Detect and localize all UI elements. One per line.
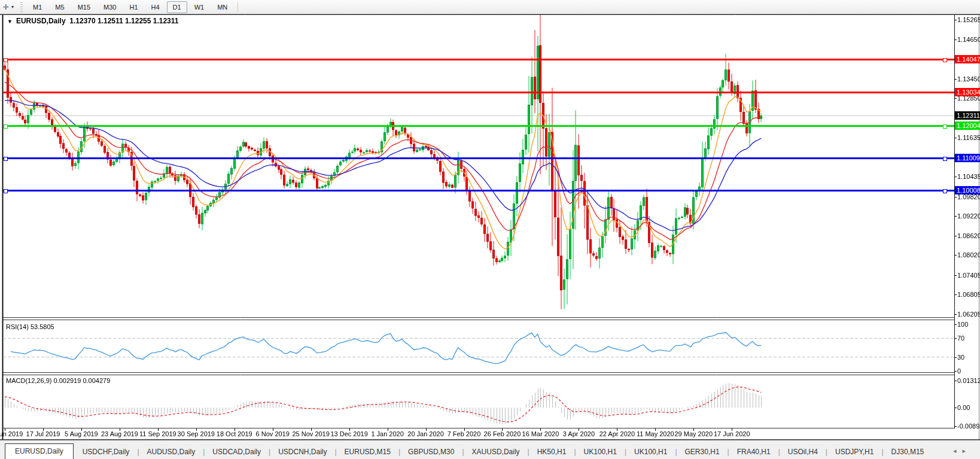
chart-tab-audusd-daily[interactable]: AUDUSD,Daily [139,445,203,459]
chart-tab-dj30-m15[interactable]: DJ30,M15 [884,445,932,459]
hline-price-label: 1.11009 [955,154,980,162]
hline-drag-handle[interactable] [4,157,8,161]
timeframe-button-m15[interactable]: M15 [72,1,96,13]
date-axis-label: 25 Nov 2019 [292,430,329,437]
date-axis-label: 29 May 2020 [674,430,713,437]
price-axis-tick: 1.09220 [957,212,980,220]
chart-tab-usdjpy-h1[interactable]: USDJPY,H1 [827,445,881,459]
hline-drag-handle[interactable] [4,124,8,129]
chart-tab-fra40-h1[interactable]: FRA40,H1 [729,445,778,459]
price-axis-tick: 1.06205 [957,311,980,318]
chart-tab-ger30-h1[interactable]: GER30,H1 [677,445,728,459]
timeframe-buttons: M1M5M15M30H1H4D1W1MN [26,4,234,11]
timeframe-button-h4[interactable]: H4 [145,1,166,13]
chevron-down-icon: ▾ [11,4,14,10]
price-axis-tick: 1.08020 [957,251,980,259]
price-hline-1.13034[interactable] [3,92,954,93]
hline-drag-handle[interactable] [943,157,947,161]
chart-tab-uk100-h1[interactable]: UK100,H1 [626,445,675,459]
hline-price-label: 1.10008 [955,186,980,194]
hline-price-label: 1.13034 [955,88,980,96]
rsi-axis-tick: 70 [957,335,964,342]
tab-scroll-left-icon[interactable]: ◂ [953,447,963,454]
crosshair-icon: ✛ [3,3,9,11]
macd-axis-tick: -0.008933 [957,422,980,430]
price-hline-1.11009[interactable] [3,157,954,159]
price-axis-tick: 1.13450 [957,75,980,83]
price-hline-1.14047[interactable] [3,59,954,60]
price-axis-tick: 1.06805 [957,291,980,298]
timeframe-button-d1[interactable]: D1 [167,1,187,13]
hline-drag-handle[interactable] [943,58,947,62]
timeframe-toolbar: ✛ ▾ M1M5M15M30H1H4D1W1MN [0,0,980,14]
current-price-label: 1.12311 [955,111,980,120]
date-axis-label: 17 Jul 2019 [26,430,60,437]
date-axis-label: 3 Apr 2020 [563,430,595,437]
mt4-window: { "toolbar": { "cursor_tool_icon": "cros… [0,0,980,459]
chart-tab-xauusd-daily[interactable]: XAUUSD,Daily [464,445,528,459]
toolbar-grip [20,2,23,12]
price-axis-tick: 1.10435 [957,173,980,180]
date-axis-label: 1 Jan 2020 [371,430,403,437]
hline-price-label: 1.12004 [955,121,980,130]
hline-drag-handle[interactable] [4,58,8,62]
date-axis-label: 11 May 2020 [637,430,674,437]
hline-drag-handle[interactable] [4,189,8,193]
hline-drag-handle[interactable] [943,189,947,193]
timeframe-button-w1[interactable]: W1 [188,1,211,13]
chart-tab-usoil-h4[interactable]: USOil,H4 [780,445,826,459]
tab-scroll-arrows: ◂▸ [953,447,972,455]
chart-tab-gbpusd-m30[interactable]: GBPUSD,M30 [400,445,462,459]
chart-tab-bar: EURUSD,DailyUSDCHF,Daily|AUDUSD,Daily|US… [0,440,980,459]
date-axis-label: 16 Mar 2020 [522,430,559,437]
price-hline-1.10008[interactable] [3,190,954,191]
chart-tab-usdchf-daily[interactable]: USDCHF,Daily [75,445,138,459]
timeframe-button-m1[interactable]: M1 [27,1,48,13]
macd-axis-tick: 0.013121 [957,377,980,384]
date-axis-label: 11 Sep 2019 [139,430,176,437]
chart-tabs: EURUSD,DailyUSDCHF,Daily|AUDUSD,Daily|US… [0,442,932,459]
macd-indicator-label: MACD(12,26,9) 0.002919 0.004279 [6,377,110,384]
hline-price-label: 1.14047 [955,55,980,63]
chart-overlays: ▼EURUSD,Daily 1.12370 1.12511 1.12255 1.… [0,0,980,459]
date-axis-label: 22 Apr 2020 [599,430,635,437]
date-axis-label: 13 Dec 2019 [330,430,367,437]
timeframe-button-h1[interactable]: H1 [123,1,144,13]
timeframe-button-mn[interactable]: MN [211,1,233,13]
rsi-axis-tick: 0 [957,367,961,375]
chart-tab-hk50-h1[interactable]: HK50,H1 [529,445,574,459]
chart-tab-usdcad-daily[interactable]: USDCAD,Daily [205,445,269,459]
date-axis-label: 28 Jun 2019 [0,430,23,437]
price-axis-tick: 1.11635 [957,134,980,141]
date-axis-label: 26 Feb 2020 [484,430,521,437]
chart-tab-eurusd-m15[interactable]: EURUSD,M15 [337,445,398,459]
price-axis-tick: 1.07405 [957,272,980,279]
date-axis-label: 17 Jun 2020 [714,430,750,437]
timeframe-button-m5[interactable]: M5 [49,1,70,13]
date-axis-label: 20 Jan 2020 [407,430,444,437]
chart-menu-triangle-icon[interactable]: ▼ [7,19,13,25]
date-axis-label: 6 Nov 2019 [256,430,290,437]
chart-tab-usdcnh-daily[interactable]: USDCNH,Daily [270,445,334,459]
chart-tab-uk100-h1[interactable]: UK100,H1 [576,445,625,459]
price-hline-1.12004[interactable] [3,125,954,127]
date-axis-label: 5 Aug 2019 [65,430,98,437]
rsi-axis-tick: 30 [957,354,964,361]
hline-drag-handle[interactable] [943,124,947,129]
price-axis-tick: 1.08620 [957,232,980,239]
price-axis-tick: 1.15265 [957,16,980,23]
date-axis-label: 18 Oct 2019 [217,430,252,437]
chart-tab-eurusd-daily[interactable]: EURUSD,Daily [5,443,74,459]
timeframe-button-m30[interactable]: M30 [98,1,122,13]
chart-ohlc-values: 1.12370 1.12511 1.12255 1.12311 [69,17,178,25]
chart-title: ▼EURUSD,Daily 1.12370 1.12511 1.12255 1.… [7,17,178,25]
date-axis-label: 7 Feb 2020 [448,430,481,437]
price-axis-tick: 1.14650 [957,36,980,43]
cursor-tool-button[interactable]: ✛ ▾ [1,2,16,12]
chart-symbol-label: EURUSD,Daily [16,17,66,25]
date-axis-label: 23 Aug 2019 [101,430,138,437]
rsi-indicator-label: RSI(14) 53.5805 [6,323,54,330]
rsi-axis-tick: 100 [957,321,968,328]
toolbar-separator [238,2,238,12]
tab-scroll-right-icon[interactable]: ▸ [962,447,972,454]
